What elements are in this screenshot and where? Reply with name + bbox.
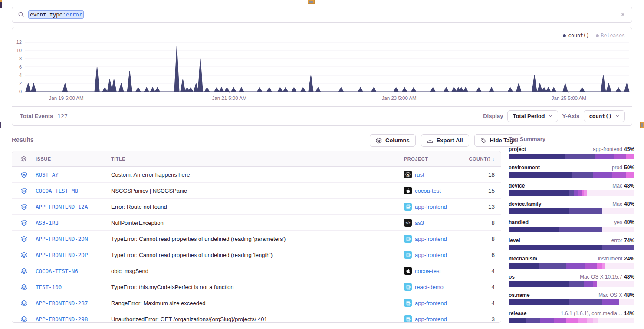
legend-dot-icon (596, 34, 599, 37)
tag-segment (597, 263, 602, 269)
resize-handle-right[interactable] (640, 122, 644, 128)
issue-link[interactable]: COCOA-TEST-MB (36, 188, 111, 194)
table-row: APP-FRONTEND-12AError: Route not foundap… (12, 199, 501, 215)
issue-link[interactable]: APP-FRONTEND-12A (36, 204, 111, 210)
results-table: ISSUE TITLE PROJECT COUNT()↓ RUST-AYCust… (12, 151, 501, 323)
clear-search-icon[interactable] (620, 12, 626, 18)
export-all-button[interactable]: Export All (421, 134, 469, 147)
project-link[interactable]: cocoa-test (415, 188, 441, 194)
issue-link[interactable]: COCOA-TEST-N6 (36, 268, 111, 274)
tag-segment (509, 318, 526, 323)
display-label: Display (483, 113, 503, 119)
column-header-issue[interactable]: ISSUE (36, 156, 111, 161)
display-select[interactable]: Total Period (507, 110, 558, 122)
tag-distribution-bar[interactable] (509, 208, 634, 214)
issue-title: Error: Route not found (111, 204, 404, 210)
sort-desc-icon: ↓ (492, 156, 495, 162)
issue-link[interactable]: APP-FRONTEND-2DN (36, 236, 111, 242)
layers-icon (12, 156, 36, 162)
table-row: AS3-1RBNullPointerException</>as38 (12, 215, 501, 231)
search-token[interactable]: event.type:error (28, 10, 84, 19)
code-project-icon: </> (404, 219, 412, 227)
count-value: 3 (459, 316, 495, 322)
tag-name: mechanism (509, 256, 537, 262)
tag-name: os.name (509, 292, 530, 298)
project-link[interactable]: app-frontend (415, 204, 447, 210)
column-header-project[interactable]: PROJECT (404, 156, 459, 161)
layers-icon (12, 204, 36, 210)
project-link[interactable]: react-demo (415, 284, 444, 290)
layers-icon (12, 316, 36, 322)
resize-handle-top[interactable] (308, 0, 315, 4)
project-link[interactable]: app-frontend (415, 316, 447, 322)
events-area-chart[interactable]: 024681012Jan 19 5:00 AMJan 21 5:00 AMJan… (12, 27, 632, 107)
issue-title: NSCGSPanicv | NSCGSPanic (111, 188, 404, 194)
project-cell: react-demo (404, 283, 459, 291)
search-query-input[interactable]: event.type:error (28, 10, 84, 19)
table-row: TEST-100TypeError: this.myCodeIsPerfect … (12, 279, 501, 295)
project-cell: app-frontend (404, 299, 459, 307)
tag-distribution-bar[interactable] (509, 299, 634, 305)
tag-block-release: release1.6.1 (1.6.1), com.media…14% (509, 310, 634, 323)
project-link[interactable]: rust (415, 171, 424, 178)
tag-segment (509, 227, 559, 232)
tag-segment (509, 281, 569, 287)
tag-segment (595, 154, 614, 159)
legend-item-Releases[interactable]: Releases (596, 33, 625, 39)
react-project-icon (404, 235, 412, 243)
tag-segment (569, 299, 601, 305)
issue-title: UnauthorizedError: GET /organizations/{o… (111, 316, 404, 322)
columns-button[interactable]: Columns (370, 134, 416, 147)
issue-link[interactable]: APP-FRONTEND-2B7 (36, 300, 111, 306)
tag-segment (626, 172, 634, 178)
issue-link[interactable]: TEST-100 (36, 284, 111, 290)
results-heading: Results (12, 136, 34, 143)
column-header-count[interactable]: COUNT()↓ (459, 156, 495, 162)
legend-item-count[interactable]: count() (563, 33, 589, 39)
tag-list: projectapp-frontend45%environmentprod50%… (509, 146, 634, 323)
react-project-icon (404, 299, 412, 307)
project-link[interactable]: app-frontend (415, 300, 447, 306)
issue-link[interactable]: AS3-1RB (36, 220, 111, 226)
tag-block-level: levelerror74% (509, 237, 634, 250)
tag-segment (602, 263, 606, 269)
count-value: 4 (459, 268, 495, 274)
tag-segment (593, 172, 612, 178)
tag-segment (602, 299, 620, 305)
column-header-title[interactable]: TITLE (111, 156, 404, 161)
search-bar[interactable]: event.type:error (12, 7, 632, 23)
tag-segment (578, 190, 582, 196)
tag-distribution-bar[interactable] (509, 190, 634, 196)
issue-link[interactable]: APP-FRONTEND-2DP (36, 252, 111, 258)
project-link[interactable]: cocoa-test (415, 268, 441, 274)
apple-project-icon (404, 187, 412, 194)
issue-link[interactable]: RUST-AY (36, 171, 111, 178)
tag-distribution-bar[interactable] (509, 154, 634, 159)
tag-distribution-bar[interactable] (509, 263, 634, 269)
project-link[interactable]: app-frontend (415, 252, 447, 258)
chevron-down-icon (548, 114, 553, 118)
tag-distribution-bar[interactable] (509, 281, 634, 287)
tag-block-os.name: os.nameMac OS X48% (509, 292, 634, 305)
project-link[interactable]: as3 (415, 220, 424, 226)
svg-text:0: 0 (19, 89, 22, 94)
tag-distribution-bar[interactable] (509, 318, 634, 323)
discover-results-page: event.type:error 024681012Jan 19 5:00 AM… (0, 0, 644, 329)
left-edge-strip (0, 122, 1, 128)
issue-title: TypeError: this.myCodeIsPerfect is not a… (111, 284, 404, 290)
results-table-body: RUST-AYCustom: An error happens hereRrus… (12, 167, 501, 323)
issue-link[interactable]: APP-FRONTEND-298 (36, 316, 111, 322)
tag-distribution-bar[interactable] (509, 172, 634, 178)
token-value: error (66, 11, 82, 18)
total-events-value: 127 (57, 113, 67, 119)
tag-distribution-bar[interactable] (509, 227, 634, 232)
tag-segment (565, 154, 596, 159)
project-link[interactable]: app-frontend (415, 236, 447, 242)
tag-name: device.family (509, 201, 541, 207)
yaxis-select[interactable]: count() (584, 110, 625, 122)
tag-distribution-bar[interactable] (509, 245, 634, 250)
table-row: APP-FRONTEND-298UnauthorizedError: GET /… (12, 311, 501, 323)
tag-name: project (509, 146, 526, 152)
layers-icon (376, 138, 382, 144)
react-project-icon (404, 251, 412, 259)
